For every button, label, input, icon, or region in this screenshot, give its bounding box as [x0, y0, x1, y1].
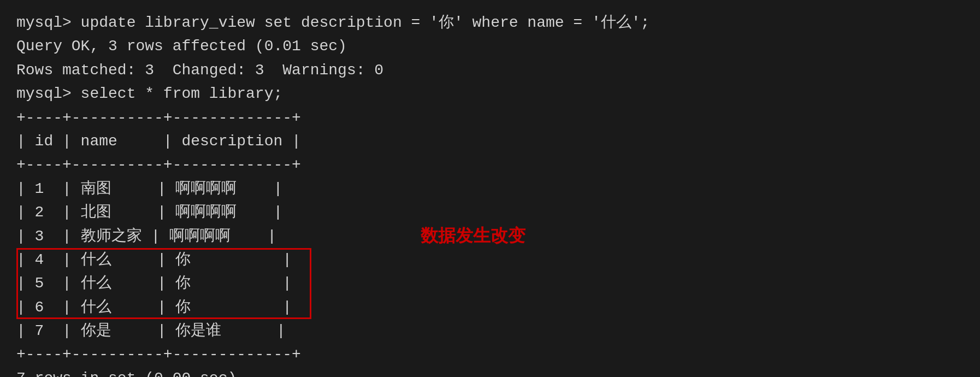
line-1: mysql> update library_view set descripti… [16, 11, 964, 34]
annotation-label: 数据发生改变 [421, 224, 526, 248]
result-summary: 7 rows in set (0.00 sec) [16, 367, 964, 377]
line-2: Query OK, 3 rows affected (0.01 sec) [16, 34, 964, 58]
terminal-content: mysql> update library_view set descripti… [16, 11, 964, 377]
highlighted-rows-group: | 4 | 什么 | 你 | | 5 | 什么 | 你 | | 6 | 什么 |… [16, 248, 292, 319]
table-row-2: | 2 | 北图 | 啊啊啊啊 | [16, 201, 964, 224]
line-5: mysql> select * from library; [16, 82, 964, 105]
table-border-top: +----+----------+-------------+ [16, 106, 964, 129]
table-header-border: +----+----------+-------------+ [16, 153, 964, 176]
table-header: | id | name | description | [16, 129, 964, 153]
table-row-4: | 4 | 什么 | 你 | [16, 248, 292, 272]
table-row-5: | 5 | 什么 | 你 | [16, 272, 292, 295]
table-row-7: | 7 | 你是 | 你是谁 | [16, 319, 964, 343]
table-border-bottom: +----+----------+-------------+ [16, 343, 964, 366]
table-row-6: | 6 | 什么 | 你 | [16, 296, 292, 319]
table-row-1: | 1 | 南图 | 啊啊啊啊 | [16, 177, 964, 201]
line-3: Rows matched: 3 Changed: 3 Warnings: 0 [16, 58, 964, 82]
